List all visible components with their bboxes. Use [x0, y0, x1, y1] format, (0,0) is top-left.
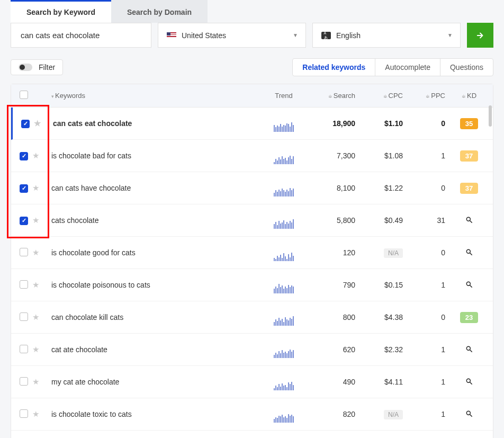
star-icon[interactable]: ★ — [32, 345, 39, 354]
table-row[interactable]: ★can chocolate kill cats800$4.38023 — [11, 301, 493, 334]
star-icon[interactable]: ★ — [32, 151, 39, 160]
ppc-value: 0 — [403, 248, 445, 257]
search-volume: 120 — [308, 248, 355, 257]
row-checkbox[interactable] — [20, 280, 28, 289]
cpc-value: $1.10 — [355, 119, 403, 128]
keyword-input[interactable] — [21, 31, 141, 40]
row-checkbox[interactable] — [20, 377, 28, 386]
magnify-icon[interactable] — [465, 217, 473, 225]
chevron-down-icon: ▼ — [293, 32, 298, 38]
tab-autocomplete[interactable]: Autocomplete — [375, 59, 440, 76]
table-header: ▾Keywords Trend ≑Search ≑CPC ≑PPC ≑KD — [11, 84, 493, 108]
table-row[interactable]: ★how much chocolate can kill a cat560N/A… — [11, 431, 493, 438]
search-volume: 7,300 — [308, 151, 355, 160]
table-row[interactable]: ★cat ate chocolate620$2.321 — [11, 334, 493, 366]
star-icon[interactable]: ★ — [32, 280, 39, 289]
cpc-value: N/A — [355, 410, 403, 418]
search-button[interactable] — [467, 23, 493, 48]
trend-sparkline — [260, 120, 308, 132]
kd-value: 35 — [445, 118, 493, 129]
cpc-value: $2.32 — [355, 345, 403, 354]
kd-value — [445, 345, 493, 354]
search-volume: 490 — [308, 378, 355, 386]
result-type-tabs: Related keywords Autocomplete Questions — [292, 58, 493, 76]
search-volume: 8,100 — [308, 184, 355, 192]
svg-line-1 — [470, 220, 472, 222]
ppc-value: 1 — [403, 151, 445, 160]
tab-related-keywords[interactable]: Related keywords — [293, 59, 375, 76]
star-icon[interactable]: ★ — [32, 409, 39, 418]
star-icon[interactable]: ★ — [32, 248, 39, 257]
magnify-icon[interactable] — [465, 378, 473, 387]
table-row[interactable]: ★can cats have chocolate8,100$1.22037 — [11, 172, 493, 204]
country-select[interactable]: United States ▼ — [158, 23, 306, 48]
tab-questions[interactable]: Questions — [440, 59, 493, 76]
ppc-value: 0 — [403, 119, 445, 128]
star-icon[interactable]: ★ — [32, 183, 39, 192]
language-select[interactable]: English ▼ — [312, 23, 461, 48]
col-keywords[interactable]: ▾Keywords — [48, 92, 260, 100]
keyword-input-wrap — [11, 23, 151, 48]
row-checkbox[interactable] — [20, 345, 28, 353]
row-checkbox[interactable] — [20, 409, 28, 418]
search-volume: 820 — [308, 410, 355, 418]
kd-value: 23 — [445, 312, 493, 323]
table-row[interactable]: ★can cats eat chocolate18,900$1.10035 — [11, 108, 493, 140]
magnify-icon[interactable] — [465, 410, 473, 419]
table-row[interactable]: ★is chocolate poisonous to cats790$0.151 — [11, 269, 493, 301]
trend-sparkline — [260, 346, 308, 358]
ppc-value: 31 — [403, 216, 445, 225]
filter-label: Filter — [39, 63, 55, 71]
kd-value — [445, 410, 493, 419]
chevron-down-icon: ▼ — [447, 32, 453, 38]
row-checkbox[interactable] — [20, 248, 28, 256]
col-cpc[interactable]: ≑CPC — [355, 92, 403, 100]
table-row[interactable]: ★my cat ate chocolate490$4.111 — [11, 366, 493, 398]
kd-value — [445, 281, 493, 290]
col-ppc[interactable]: ≑PPC — [403, 92, 445, 100]
tab-search-by-domain[interactable]: Search by Domain — [111, 0, 208, 23]
star-icon[interactable]: ★ — [34, 119, 41, 128]
cpc-value: $1.08 — [355, 151, 403, 160]
ppc-value: 1 — [403, 378, 445, 386]
arrow-right-icon — [475, 31, 485, 40]
star-icon[interactable]: ★ — [32, 216, 39, 225]
trend-sparkline — [260, 153, 308, 164]
row-checkbox[interactable] — [21, 120, 30, 128]
col-search[interactable]: ≑Search — [308, 92, 355, 100]
search-volume: 790 — [308, 281, 355, 289]
ppc-value: 1 — [403, 281, 445, 289]
trend-sparkline — [260, 185, 308, 196]
search-volume: 800 — [308, 313, 355, 321]
svg-line-9 — [470, 382, 472, 384]
row-checkbox[interactable] — [20, 217, 28, 225]
country-label: United States — [182, 31, 226, 40]
tab-search-by-keyword[interactable]: Search by Keyword — [11, 0, 111, 23]
star-icon[interactable]: ★ — [32, 377, 39, 386]
magnify-icon[interactable] — [465, 346, 473, 354]
col-kd[interactable]: ≑KD — [445, 92, 493, 100]
keyword-cell: can cats eat chocolate — [50, 119, 260, 128]
magnify-icon[interactable] — [465, 281, 473, 290]
row-checkbox[interactable] — [20, 152, 28, 160]
keyword-cell: cat ate chocolate — [48, 345, 260, 354]
keyword-cell: is chocolate toxic to cats — [48, 410, 260, 418]
kd-value: 37 — [445, 183, 493, 194]
trend-sparkline — [260, 249, 308, 261]
col-trend[interactable]: Trend — [260, 92, 308, 100]
toggle-icon — [19, 64, 32, 71]
row-checkbox[interactable] — [20, 184, 28, 193]
svg-line-5 — [470, 285, 472, 287]
trend-sparkline — [260, 217, 308, 229]
magnify-icon[interactable] — [465, 249, 473, 257]
select-all-checkbox[interactable] — [20, 91, 28, 99]
table-row[interactable]: ★is chocolate toxic to cats820N/A1 — [11, 398, 493, 431]
star-icon[interactable]: ★ — [32, 312, 39, 321]
table-row[interactable]: ★cats chocolate5,800$0.4931 — [11, 204, 493, 237]
row-checkbox[interactable] — [20, 312, 28, 321]
filter-toggle[interactable]: Filter — [11, 59, 63, 75]
svg-line-11 — [470, 414, 472, 416]
svg-line-3 — [470, 253, 472, 255]
table-row[interactable]: ★is chocolate good for cats120N/A0 — [11, 237, 493, 269]
table-row[interactable]: ★is chocolate bad for cats7,300$1.08137 — [11, 140, 493, 172]
